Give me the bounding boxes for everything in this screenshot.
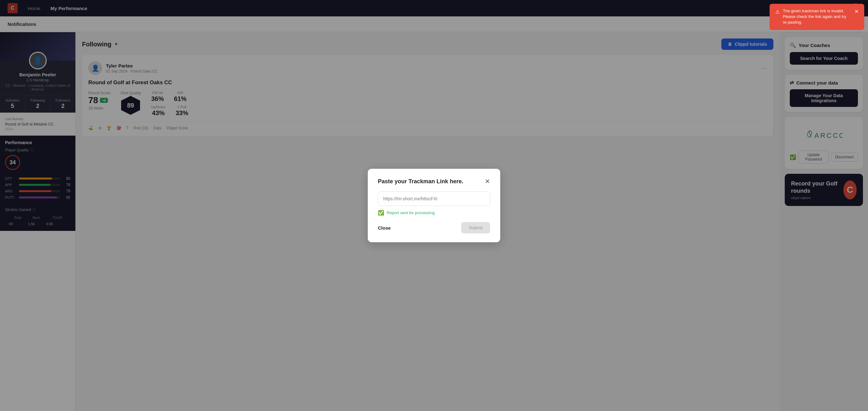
- error-toast: ⚠ The given trackman link is invalid. Pl…: [770, 4, 864, 30]
- toast-warning-icon: ⚠: [775, 8, 780, 15]
- modal-footer: Close Submit: [378, 222, 490, 233]
- modal-close-button[interactable]: Close: [378, 225, 391, 230]
- modal-title: Paste your Trackman Link here.: [378, 178, 463, 185]
- modal-success-message: ✅ Report sent for processing: [378, 210, 490, 216]
- modal-overlay[interactable]: Paste your Trackman Link here. ✕ ✅ Repor…: [0, 0, 868, 411]
- trackman-modal: Paste your Trackman Link here. ✕ ✅ Repor…: [368, 169, 500, 242]
- toast-close-button[interactable]: ✕: [855, 8, 859, 15]
- modal-submit-button[interactable]: Submit: [461, 222, 490, 233]
- modal-close-x-button[interactable]: ✕: [485, 178, 490, 185]
- success-check-icon: ✅: [378, 210, 384, 216]
- modal-header: Paste your Trackman Link here. ✕: [378, 178, 490, 185]
- success-text: Report sent for processing: [387, 211, 435, 215]
- trackman-link-input[interactable]: [378, 191, 490, 206]
- toast-message: The given trackman link is invalid. Plea…: [783, 8, 851, 26]
